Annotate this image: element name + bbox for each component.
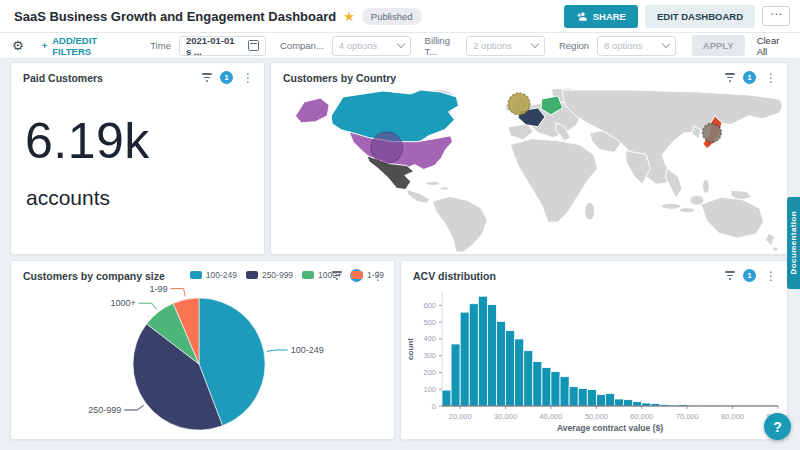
customers-by-country-card: Customers by Country 1 ⋮: [270, 62, 788, 255]
legend-item[interactable]: 250-999: [246, 270, 293, 280]
company-filter-select[interactable]: 4 options: [332, 36, 411, 56]
documentation-tab[interactable]: Documentation: [787, 197, 800, 289]
histogram-chart[interactable]: 010020030040050060020,00030,00040,00050,…: [404, 284, 784, 436]
svg-text:0: 0: [432, 402, 436, 411]
svg-text:300: 300: [423, 351, 436, 360]
uk-bubble: [508, 93, 530, 115]
pie-legend: 100-249250-9991000+1-99: [190, 270, 384, 280]
svg-text:50,000: 50,000: [585, 412, 608, 421]
edit-dashboard-button[interactable]: EDIT DASHBOARD: [645, 5, 755, 28]
share-person-icon: [576, 11, 587, 22]
kebab-menu-icon[interactable]: ⋮: [765, 73, 777, 83]
svg-text:40,000: 40,000: [540, 412, 563, 421]
svg-text:60,000: 60,000: [630, 412, 653, 421]
kebab-menu-icon[interactable]: ⋮: [765, 271, 777, 281]
legend-item[interactable]: 100-249: [190, 270, 237, 280]
svg-text:250-999: 250-999: [88, 405, 121, 415]
card-title: Paid Customers: [23, 72, 202, 84]
us-bubble: [371, 132, 403, 164]
svg-text:30,000: 30,000: [494, 412, 517, 421]
calendar-icon: [248, 40, 259, 51]
billing-filter-select[interactable]: 2 options: [466, 36, 545, 56]
kpi-unit: accounts: [11, 170, 264, 210]
company-size-card: Customers by company size 1 ⋮ 100-249250…: [10, 260, 395, 440]
filter-count-badge: 1: [220, 71, 233, 84]
share-button[interactable]: SHARE: [564, 5, 638, 28]
svg-text:Average contract value ($): Average contract value ($): [557, 423, 663, 433]
pie-chart[interactable]: 100-249250-9991000+1-99: [11, 284, 394, 436]
chevron-down-icon: [396, 40, 404, 48]
apply-button[interactable]: APPLY: [692, 35, 745, 56]
acv-distribution-card: ACV distribution 1 ⋮ 0100200300400500600…: [400, 260, 788, 440]
svg-text:500: 500: [423, 318, 436, 327]
kpi-value: 6.19k: [11, 86, 264, 170]
chevron-down-icon: [531, 40, 539, 48]
svg-text:20,000: 20,000: [449, 412, 472, 421]
time-range-input[interactable]: 2021-01-01 s ...: [179, 36, 266, 56]
filter-icon[interactable]: [725, 271, 735, 280]
more-options-button[interactable]: ⋯: [762, 6, 790, 26]
card-title: Customers by Country: [283, 72, 725, 84]
chevron-down-icon: [662, 40, 670, 48]
company-filter-label: Compan...: [280, 40, 324, 51]
filter-count-badge: 1: [743, 71, 756, 84]
region-filter-select[interactable]: 8 options: [597, 36, 676, 56]
filter-icon[interactable]: [725, 73, 735, 82]
legend-item[interactable]: 1-99: [351, 270, 384, 280]
published-badge: Published: [362, 8, 422, 25]
filter-icon[interactable]: [202, 73, 212, 82]
svg-text:1000+: 1000+: [111, 298, 136, 308]
page-title: SaaS Business Growth and Engagement Dash…: [14, 9, 336, 24]
add-edit-filters-button[interactable]: + ADD/EDIT FILTERS: [42, 35, 123, 57]
svg-text:200: 200: [423, 368, 436, 377]
kebab-menu-icon[interactable]: ⋮: [242, 73, 254, 83]
time-filter-label: Time: [150, 40, 171, 51]
svg-text:1-99: 1-99: [150, 284, 168, 294]
paid-customers-card: Paid Customers 1 ⋮ 6.19k accounts: [10, 62, 265, 255]
svg-text:600: 600: [423, 301, 436, 310]
gear-icon[interactable]: ⚙: [12, 38, 24, 53]
filter-count-badge: 1: [743, 269, 756, 282]
region-filter-label: Region: [559, 40, 589, 51]
svg-text:400: 400: [423, 334, 436, 343]
clear-all-button[interactable]: Clear All: [757, 35, 786, 57]
world-map-chart[interactable]: [271, 88, 787, 253]
japan-bubble: [702, 123, 721, 142]
plus-icon: +: [42, 40, 48, 51]
app-header: SaaS Business Growth and Engagement Dash…: [0, 0, 800, 33]
favorite-star-icon[interactable]: ★: [343, 9, 355, 24]
billing-filter-label: Billing T...: [425, 35, 459, 57]
svg-text:70,000: 70,000: [676, 412, 699, 421]
svg-text:80,000: 80,000: [721, 412, 744, 421]
help-button[interactable]: ?: [764, 413, 791, 440]
card-title: ACV distribution: [413, 270, 725, 282]
filter-bar: ⚙ + ADD/EDIT FILTERS Time 2021-01-01 s .…: [0, 33, 800, 59]
svg-text:100-249: 100-249: [291, 345, 324, 355]
svg-text:100: 100: [423, 385, 436, 394]
svg-text:count: count: [406, 338, 415, 360]
legend-item[interactable]: 1000+: [302, 270, 342, 280]
